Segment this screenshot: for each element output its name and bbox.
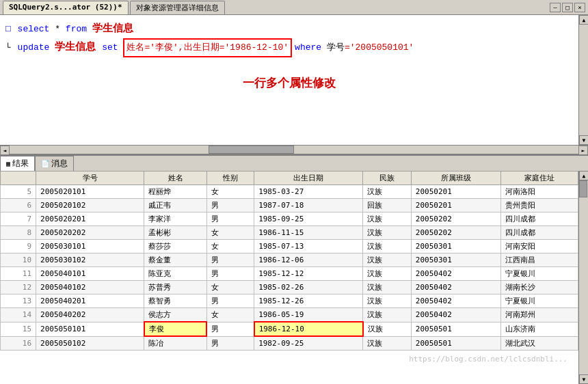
cell-csrq: 1985-12-12 — [254, 267, 363, 281]
sql-vscroll[interactable]: ▲ ▼ — [578, 15, 588, 145]
cell-csrq: 1985-12-26 — [254, 294, 363, 308]
tab-object-explorer[interactable]: 对象资源管理器详细信息 — [130, 1, 225, 14]
lower-panel-overlay: □ select * from 学生信息 └ update 学生信息 set 姓… — [0, 15, 588, 384]
cell-xh: 2005020101 — [36, 185, 144, 199]
col-bj: 所属班级 — [411, 172, 500, 185]
bottom-tab-bar: ▦ 结果 📄 消息 — [0, 154, 588, 171]
row2-set-clause: 姓名='李俊',出生日期='1986-12-10' — [123, 38, 292, 57]
table-row: 62005020102戚正韦男1987-07-18回族20050201贵州贵阳 — [1, 199, 578, 212]
cell-bj: 20050202 — [411, 212, 500, 226]
cell-bj: 20050402 — [411, 308, 500, 323]
row-num-cell: 10 — [1, 253, 36, 267]
row-num-cell: 11 — [1, 267, 36, 281]
cell-xb: 女 — [206, 240, 254, 253]
tab-messages[interactable]: 📄 消息 — [35, 156, 74, 171]
hscroll-thumb[interactable] — [209, 146, 294, 154]
cell-xm: 陈亚克 — [144, 267, 206, 281]
cell-mz: 汉族 — [363, 212, 411, 226]
row2-where: where — [295, 40, 327, 55]
cell-mz: 汉族 — [363, 226, 411, 240]
sql-hscrollbar[interactable]: ◄ ► — [0, 145, 588, 154]
cell-bj: 20050402 — [411, 267, 500, 281]
cell-bj: 20050201 — [411, 185, 500, 199]
results-vscroll-up[interactable]: ▲ — [579, 171, 588, 180]
cell-jtzz: 贵州贵阳 — [500, 199, 578, 212]
cell-xm: 李俊 — [144, 322, 206, 336]
cell-mz: 汉族 — [363, 308, 411, 323]
cell-xm: 李家洋 — [144, 212, 206, 226]
table-row: 102005030102蔡金董男1986-12-06汉族20050301江西南昌 — [1, 253, 578, 267]
cell-xh: 2005040101 — [36, 267, 144, 281]
cell-xm: 侯志方 — [144, 308, 206, 323]
cell-mz: 汉族 — [363, 322, 411, 336]
vscroll-up-btn[interactable]: ▲ — [579, 15, 588, 25]
cell-jtzz: 四川成都 — [500, 226, 578, 240]
hscroll-left[interactable]: ◄ — [0, 146, 10, 155]
minimize-button[interactable]: — — [550, 3, 561, 12]
cell-xb: 男 — [206, 267, 254, 281]
tab-sqlquery[interactable]: SQLQuery2.s...ator (52))* — [3, 1, 129, 14]
cell-xh: 2005050101 — [36, 322, 144, 336]
row2-value: ='2005050101' — [345, 40, 414, 55]
row2-field: 学号 — [327, 40, 345, 55]
cell-jtzz: 河南安阳 — [500, 240, 578, 253]
hscroll-right[interactable]: ► — [578, 146, 588, 155]
cell-bj: 20050402 — [411, 281, 500, 294]
row2-set: set — [102, 40, 123, 55]
sql-row-1: □ select * from 学生信息 — [5, 20, 573, 38]
cell-mz: 回族 — [363, 199, 411, 212]
cell-xh: 2005040201 — [36, 294, 144, 308]
cell-xh: 2005020201 — [36, 212, 144, 226]
cell-mz: 汉族 — [363, 253, 411, 267]
table-row: 152005050101李俊男1986-12-10汉族20050501山东济南 — [1, 322, 578, 336]
col-jtzz: 家庭住址 — [500, 172, 578, 185]
cell-mz: 汉族 — [363, 185, 411, 199]
cell-csrq: 1985-09-25 — [254, 212, 363, 226]
cell-xh: 2005040202 — [36, 308, 144, 323]
col-rownum — [1, 172, 36, 185]
cell-csrq: 1986-05-19 — [254, 308, 363, 323]
cell-csrq: 1986-11-15 — [254, 226, 363, 240]
col-csrq: 出生日期 — [254, 172, 363, 185]
vscroll-down-btn[interactable]: ▼ — [579, 135, 588, 145]
cell-mz: 汉族 — [363, 336, 411, 351]
row2-update: update — [12, 40, 55, 55]
cell-xb: 男 — [206, 294, 254, 308]
row-num-cell: 12 — [1, 281, 36, 294]
table-row: 142005040202侯志方女1986-05-19汉族20050402河南郑州 — [1, 308, 578, 323]
row-num-cell: 14 — [1, 308, 36, 323]
results-vscroll-down[interactable]: ▼ — [579, 374, 588, 384]
hscroll-track[interactable] — [10, 146, 578, 154]
set-date: 出生日期='1986-12-10' — [184, 42, 289, 53]
cell-xb: 女 — [206, 185, 254, 199]
table-row: 92005030101蔡莎莎女1985-07-13汉族20050301河南安阳 — [1, 240, 578, 253]
cell-mz: 汉族 — [363, 240, 411, 253]
row-num-cell: 5 — [1, 185, 36, 199]
cell-csrq: 1985-02-26 — [254, 281, 363, 294]
window-controls: — □ × — [550, 3, 585, 12]
row-num-cell: 7 — [1, 212, 36, 226]
cell-xm: 蔡金董 — [144, 253, 206, 267]
cell-csrq: 1987-07-18 — [254, 199, 363, 212]
results-vscroll-thumb[interactable] — [579, 180, 587, 197]
table-row: 72005020201李家洋男1985-09-25汉族20050202四川成都 — [1, 212, 578, 226]
results-vscroll[interactable]: ▲ ▼ — [578, 171, 588, 384]
cell-bj: 20050301 — [411, 253, 500, 267]
cell-xh: 2005020202 — [36, 226, 144, 240]
cell-bj: 20050501 — [411, 336, 500, 351]
set-name: 姓名='李俊', — [126, 42, 183, 53]
cell-jtzz: 江西南昌 — [500, 253, 578, 267]
cell-jtzz: 宁夏银川 — [500, 294, 578, 308]
close-button[interactable]: × — [574, 3, 585, 12]
cell-csrq: 1986-12-06 — [254, 253, 363, 267]
cell-bj: 20050202 — [411, 226, 500, 240]
tab-results[interactable]: ▦ 结果 — [0, 156, 35, 171]
cell-xb: 男 — [206, 322, 254, 336]
restore-button[interactable]: □ — [562, 3, 573, 12]
results-scroll-area[interactable]: 学号 姓名 性别 出生日期 民族 所属班级 家庭住址 52005020101程丽… — [0, 171, 578, 384]
cell-csrq: 1982-09-25 — [254, 336, 363, 351]
cell-xm: 蔡莎莎 — [144, 240, 206, 253]
col-mz: 民族 — [363, 172, 411, 185]
row2-marker: └ — [5, 40, 11, 55]
table-row: 52005020101程丽烨女1985-03-27汉族20050201河南洛阳 — [1, 185, 578, 199]
